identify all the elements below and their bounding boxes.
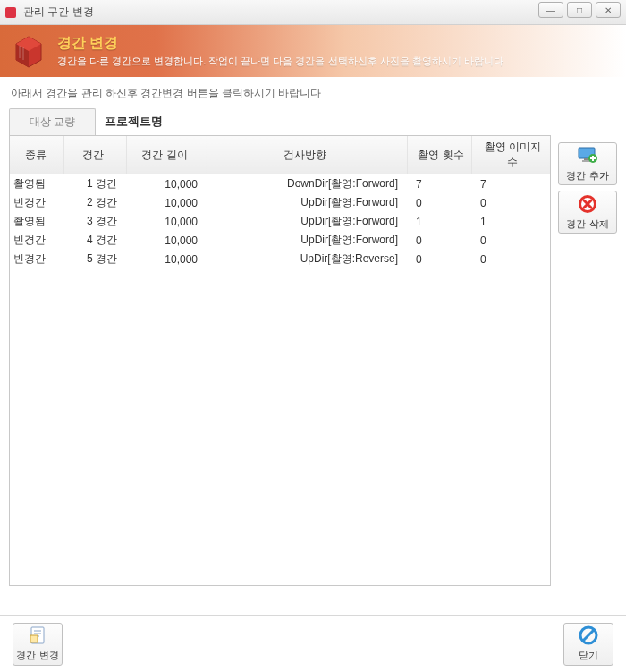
svg-line-18	[583, 630, 594, 641]
cell-span: 2 경간	[63, 193, 126, 212]
cell-shots: 0	[407, 193, 471, 212]
delete-x-icon	[577, 194, 598, 216]
header-title: 경간 변경	[57, 34, 503, 53]
cell-span: 1 경간	[63, 174, 126, 194]
close-button[interactable]: 닫기	[563, 623, 613, 666]
cell-images: 0	[471, 231, 550, 250]
col-header-length[interactable]: 경간 길이	[126, 136, 207, 174]
close-window-button[interactable]: ✕	[596, 2, 621, 18]
change-span-button[interactable]: 경간 변경	[13, 623, 63, 666]
table-row[interactable]: 촬영됨3 경간10,000UpDir[촬영:Forword]11	[10, 212, 550, 231]
col-header-direction[interactable]: 검사방향	[207, 136, 407, 174]
cell-span: 5 경간	[63, 250, 126, 268]
minimize-button[interactable]: —	[538, 2, 563, 18]
app-icon	[4, 5, 18, 20]
cell-type: 촬영됨	[10, 174, 63, 194]
cell-type: 빈경간	[10, 193, 63, 212]
cell-shots: 0	[407, 231, 471, 250]
instruction-text: 아래서 경간을 관리 하신후 경간변경 버튼을 클릭하시기 바랍니다	[0, 77, 626, 106]
titlebar: 관리 구간 변경 — □ ✕	[0, 0, 626, 25]
col-header-shots[interactable]: 촬영 횟수	[407, 136, 471, 174]
footer: 경간 변경 닫기	[0, 615, 626, 672]
cell-direction: UpDir[촬영:Reverse]	[207, 250, 407, 268]
prohibit-icon	[578, 625, 599, 647]
cell-direction: UpDir[촬영:Forword]	[207, 231, 407, 250]
add-span-button[interactable]: 경간 추가	[558, 142, 617, 185]
table-row[interactable]: 빈경간4 경간10,000UpDir[촬영:Forword]00	[10, 231, 550, 250]
cell-length: 10,000	[126, 231, 207, 250]
col-header-span[interactable]: 경간	[63, 136, 126, 174]
table-row[interactable]: 촬영됨1 경간10,000DownDir[촬영:Forword]77	[10, 174, 550, 194]
cell-shots: 7	[407, 174, 471, 194]
add-span-label: 경간 추가	[566, 169, 608, 183]
table-row[interactable]: 빈경간5 경간10,000UpDir[촬영:Reverse]00	[10, 250, 550, 268]
cell-type: 촬영됨	[10, 212, 63, 231]
header-strip: 경간 변경 경간을 다른 경간으로 변경합니다. 작업이 끝나면 다음 경간을 …	[0, 25, 626, 77]
cell-length: 10,000	[126, 212, 207, 231]
span-grid[interactable]: 종류 경간 경간 길이 검사방향 촬영 횟수 촬영 이미지수 촬영됨1 경간10…	[9, 135, 551, 586]
header-subtitle: 경간을 다른 경간으로 변경합니다. 작업이 끝나면 다음 경간을 선택하신후 …	[57, 55, 503, 68]
col-header-images[interactable]: 촬영 이미지수	[471, 136, 550, 174]
project-name-label: 프로젝트명	[105, 114, 163, 135]
cell-images: 0	[471, 193, 550, 212]
cell-images: 7	[471, 174, 550, 194]
cell-direction: UpDir[촬영:Forword]	[207, 212, 407, 231]
cell-images: 0	[471, 250, 550, 268]
cell-type: 빈경간	[10, 231, 63, 250]
maximize-button[interactable]: □	[567, 2, 592, 18]
tab-target-bridge[interactable]: 대상 교량	[9, 108, 96, 135]
cell-type: 빈경간	[10, 250, 63, 268]
grid-header-row: 종류 경간 경간 길이 검사방향 촬영 횟수 촬영 이미지수	[10, 136, 550, 174]
col-header-type[interactable]: 종류	[10, 136, 63, 174]
delete-span-button[interactable]: 경간 삭제	[558, 191, 617, 234]
table-row[interactable]: 빈경간2 경간10,000UpDir[촬영:Forword]00	[10, 193, 550, 212]
cell-span: 4 경간	[63, 231, 126, 250]
change-span-label: 경간 변경	[16, 649, 58, 662]
svg-rect-0	[5, 7, 16, 18]
header-cube-icon	[9, 31, 48, 71]
delete-span-label: 경간 삭제	[566, 217, 608, 231]
window-title: 관리 구간 변경	[23, 4, 94, 20]
document-icon	[27, 625, 48, 647]
close-label: 닫기	[579, 649, 598, 662]
cell-direction: DownDir[촬영:Forword]	[207, 174, 407, 194]
cell-length: 10,000	[126, 193, 207, 212]
window-controls: — □ ✕	[538, 2, 621, 18]
cell-length: 10,000	[126, 174, 207, 194]
cell-length: 10,000	[126, 250, 207, 268]
svg-rect-16	[30, 635, 38, 642]
cell-shots: 1	[407, 212, 471, 231]
cell-images: 1	[471, 212, 550, 231]
monitor-plus-icon	[577, 146, 598, 167]
cell-shots: 0	[407, 250, 471, 268]
cell-span: 3 경간	[63, 212, 126, 231]
cell-direction: UpDir[촬영:Forword]	[207, 193, 407, 212]
